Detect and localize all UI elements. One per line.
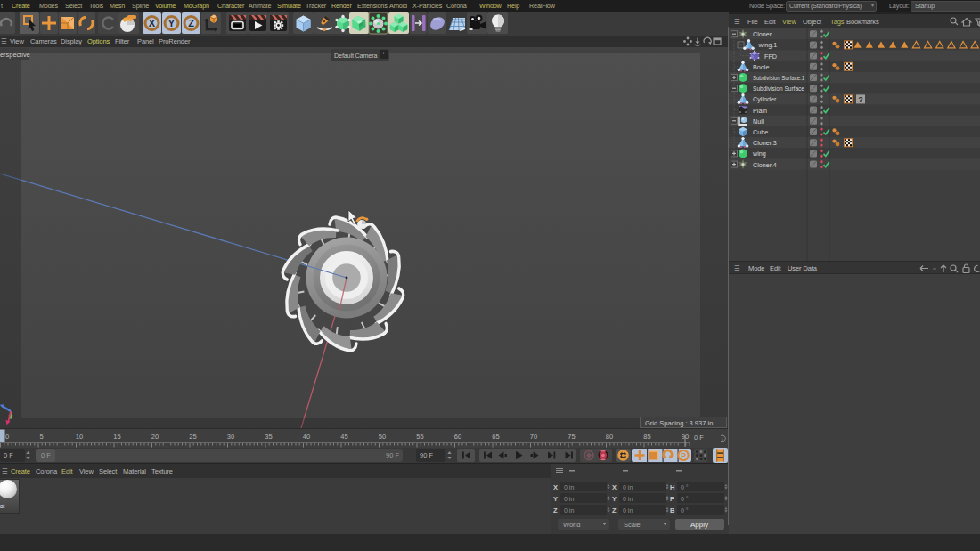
svg-text:0 in: 0 in (564, 484, 574, 490)
svg-text:Z: Z (553, 506, 558, 515)
svg-text:5: 5 (39, 433, 43, 441)
svg-text:90 F: 90 F (420, 451, 433, 459)
svg-text:20: 20 (151, 433, 159, 441)
svg-text:Y: Y (168, 18, 176, 28)
svg-text:wing.1: wing.1 (758, 41, 778, 49)
svg-text:45: 45 (340, 433, 347, 441)
svg-text:X: X (612, 483, 617, 491)
svg-text:85: 85 (643, 433, 650, 441)
svg-text:Null: Null (753, 117, 764, 126)
svg-text:40: 40 (303, 433, 310, 441)
svg-text:75: 75 (568, 433, 575, 441)
svg-text:Z: Z (612, 506, 617, 515)
svg-text:0 °: 0 ° (681, 507, 689, 514)
svg-text:Subdivision Surface: Subdivision Surface (753, 85, 804, 93)
svg-text:30: 30 (227, 433, 234, 441)
svg-text:X: X (553, 483, 558, 491)
svg-text:Apply: Apply (690, 521, 708, 529)
svg-text:Y: Y (612, 495, 617, 503)
svg-text:Cylinder: Cylinder (753, 95, 777, 103)
svg-text:0 in: 0 in (623, 496, 633, 502)
svg-text:Cloner.4: Cloner.4 (753, 161, 777, 169)
svg-text:25: 25 (189, 433, 196, 441)
svg-text:P: P (670, 495, 674, 503)
svg-text:Scale: Scale (624, 521, 641, 529)
svg-text:65: 65 (492, 433, 499, 441)
svg-text:0 F: 0 F (4, 451, 13, 459)
svg-text:0 in: 0 in (564, 507, 574, 514)
svg-text:FFD: FFD (764, 53, 777, 61)
svg-text:0 in: 0 in (623, 507, 633, 514)
svg-text:?: ? (858, 95, 863, 104)
svg-text:0 °: 0 ° (681, 496, 689, 502)
svg-text:0 °: 0 ° (681, 484, 689, 490)
svg-text:70: 70 (530, 433, 537, 441)
svg-text:90 F: 90 F (386, 451, 399, 459)
svg-text:55: 55 (416, 433, 423, 441)
svg-text:60: 60 (454, 433, 461, 441)
svg-text:Cube: Cube (753, 128, 768, 136)
svg-text:H: H (670, 483, 674, 491)
svg-text:0 in: 0 in (623, 484, 633, 490)
svg-text:0 F: 0 F (41, 451, 51, 459)
svg-text:World: World (563, 521, 580, 529)
svg-text:35: 35 (265, 433, 272, 441)
svg-text:15: 15 (113, 433, 120, 441)
svg-text:B: B (670, 506, 675, 515)
svg-text:Y: Y (553, 495, 558, 503)
svg-text:Plain: Plain (753, 107, 767, 115)
svg-text:0 F: 0 F (694, 434, 704, 442)
svg-text:Boole: Boole (753, 63, 769, 71)
svg-text:wing: wing (752, 150, 766, 158)
svg-text:Cloner: Cloner (753, 30, 772, 38)
svg-text:P: P (681, 451, 686, 460)
svg-text:80: 80 (606, 433, 613, 441)
svg-text:Z: Z (188, 18, 194, 28)
svg-text:10: 10 (76, 433, 83, 441)
svg-text:0 in: 0 in (564, 496, 574, 502)
svg-text:Subdivision Surface.1: Subdivision Surface.1 (753, 74, 804, 82)
svg-text:0: 0 (5, 433, 9, 441)
svg-text:50: 50 (379, 433, 386, 441)
svg-text:X: X (149, 18, 156, 28)
svg-text:Cloner.3: Cloner.3 (753, 139, 777, 147)
